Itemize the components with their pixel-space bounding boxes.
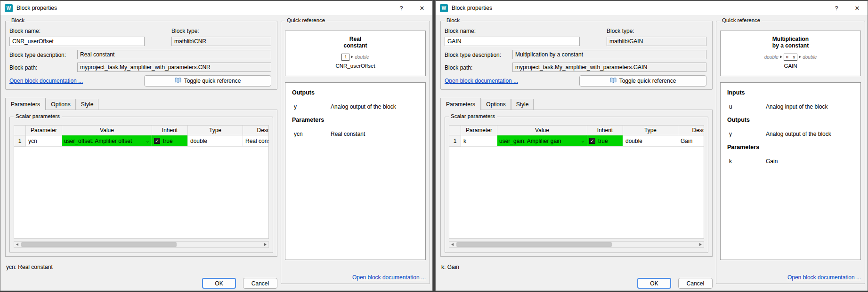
toggle-quick-reference-button[interactable]: Toggle quick reference [144,75,271,87]
description-cell[interactable]: Real constant [243,135,269,147]
value-dropdown[interactable]: user_offset: Amplifier offset ⌄ [62,135,152,147]
scalar-parameters-group: Scalar parameters Parameter Value Inheri… [9,117,273,253]
book-icon [610,78,617,85]
checkbox-checked-icon[interactable]: ✓ [589,138,595,144]
block-preview: Multiplication by a constant double u y … [720,31,861,76]
header-type[interactable]: Type [188,126,243,135]
horizontal-scrollbar[interactable] [14,241,269,248]
titlebar[interactable]: W Block properties ? ✕ [436,1,868,15]
parameter-cell[interactable]: k [461,135,497,147]
header-description[interactable]: Description [243,126,269,135]
entry-name: ycn [294,131,331,137]
block-name-label: Block name: [9,28,41,34]
window-title: Block properties [16,5,57,11]
preview-block-name: CNR_userOffset [285,63,425,69]
header-inherit[interactable]: Inherit [587,126,623,135]
open-block-documentation-link[interactable]: Open block documentation ... [9,78,83,84]
out-port-label: y [793,55,795,60]
description-cell[interactable]: Gain [678,135,704,147]
doc-entry: y Analog output of the block [294,103,425,110]
inherit-cell[interactable]: ✓ true [587,135,623,147]
row-number-cell[interactable]: 1 [449,135,461,147]
help-button[interactable]: ? [826,1,847,15]
status-text: k: Gain [441,264,459,270]
entry-desc: Real constant [331,131,365,137]
inherit-cell[interactable]: ✓ true [152,135,188,147]
header-type[interactable]: Type [623,126,678,135]
help-button[interactable]: ? [391,1,412,15]
preview-title: Multiplication by a constant [721,36,860,49]
block-name-label: Block name: [445,28,476,34]
scroll-left-icon[interactable] [449,242,455,247]
doc-entry: ycn Real constant [294,131,425,137]
parameters-table: Parameter Value Inherit Type Description… [14,125,269,239]
section-heading: Outputs [292,89,425,96]
tab-options[interactable]: Options [481,99,511,110]
block-path-field: myproject_task.My_amplifier_with_paramet… [77,63,271,72]
quick-reference-label: Quick reference [285,17,327,23]
header-value[interactable]: Value [62,126,152,135]
dialog-content: Block Block name: CNR_userOffset Block t… [0,15,432,291]
app-icon: W [440,4,448,12]
doc-entry: k Gain [729,158,860,165]
header-parameter[interactable]: Parameter [26,126,62,135]
scrollbar-thumb[interactable] [21,242,177,247]
header-value[interactable]: Value [497,126,587,135]
section-heading: Outputs [727,117,860,123]
scrollbar-thumb[interactable] [456,242,612,247]
open-block-documentation-link[interactable]: Open block documentation ... [787,274,861,281]
inherit-value: true [598,138,608,144]
dialog-content: Block Block name: GAIN Block type: mathl… [436,15,868,291]
block-name-input[interactable]: CNR_userOffset [9,37,145,46]
type-cell[interactable]: double [188,135,243,147]
block-group-label: Block [9,17,26,23]
toggle-quick-reference-label: Toggle quick reference [184,78,241,84]
scalar-parameters-group: Scalar parameters Parameter Value Inheri… [445,117,708,253]
value-dropdown[interactable]: user_gain: Amplifier gain ⌄ [497,135,587,147]
parameter-cell[interactable]: ycn [26,135,62,147]
cancel-button[interactable]: Cancel [243,278,277,289]
tab-parameters[interactable]: Parameters [5,98,46,110]
block-name-input[interactable]: GAIN [445,37,580,46]
preview-block-name: GAIN [721,63,860,69]
entry-name: y [294,103,331,110]
tab-options[interactable]: Options [46,99,76,110]
parameters-table: Parameter Value Inherit Type Description… [449,125,704,239]
open-block-documentation-link[interactable]: Open block documentation ... [445,78,518,84]
block-diagram: 1 double [285,53,425,61]
quick-reference-group: Quick reference Multiplication by a cons… [716,21,865,284]
toggle-quick-reference-button[interactable]: Toggle quick reference [579,75,706,87]
port-type: double [355,55,369,60]
entry-name: k [729,158,766,165]
ok-button[interactable]: OK [637,278,671,289]
block-type-description-field: Multiplication by a constant [512,50,706,59]
row-number-cell[interactable]: 1 [14,135,26,147]
block-group: Block Block name: CNR_userOffset Block t… [5,21,277,90]
type-cell[interactable]: double [623,135,678,147]
cancel-button[interactable]: Cancel [678,278,713,289]
table-row: 1 k user_gain: Amplifier gain ⌄ ✓ true d… [449,135,704,147]
value-dropdown-text: user_offset: Amplifier offset [64,138,145,144]
doc-entry: y Analog output of the block [729,131,860,137]
block-properties-dialog: W Block properties ? ✕ Block Block name:… [0,0,433,291]
header-description[interactable]: Description [678,126,704,135]
scroll-right-icon[interactable] [262,242,268,247]
close-button[interactable]: ✕ [847,1,868,15]
horizontal-scrollbar[interactable] [449,241,704,248]
app-icon: W [5,4,13,12]
scroll-left-icon[interactable] [14,242,20,247]
tab-style[interactable]: Style [511,99,534,110]
tab-parameters[interactable]: Parameters [440,98,481,110]
ok-button[interactable]: OK [202,278,236,289]
scroll-right-icon[interactable] [698,242,704,247]
quick-reference-label: Quick reference [720,17,762,23]
header-parameter[interactable]: Parameter [461,126,497,135]
checkbox-checked-icon[interactable]: ✓ [154,138,160,144]
header-inherit[interactable]: Inherit [152,126,188,135]
open-block-documentation-link[interactable]: Open block documentation ... [352,274,426,281]
tab-style[interactable]: Style [76,99,98,110]
titlebar[interactable]: W Block properties ? ✕ [0,1,432,15]
output-port-icon [351,55,353,58]
close-button[interactable]: ✕ [412,1,432,15]
window-title: Block properties [452,5,492,11]
